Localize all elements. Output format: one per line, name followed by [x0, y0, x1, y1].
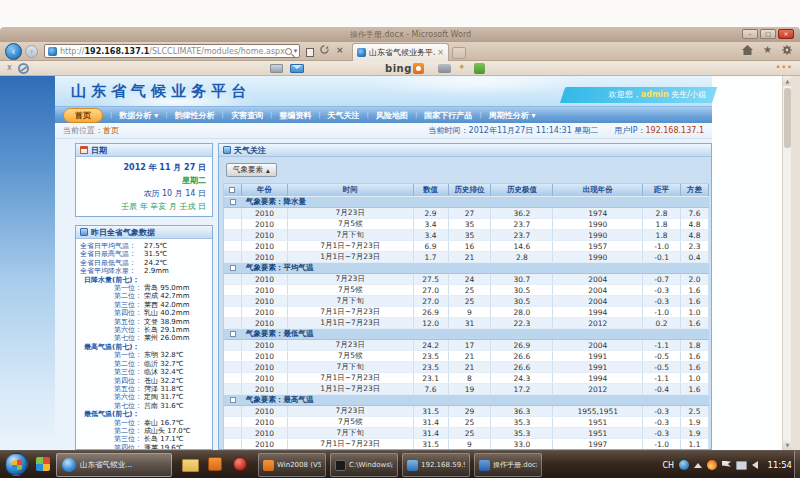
table-row[interactable]: 20107月下旬3.43523.719901.84.8	[224, 230, 709, 241]
table-row[interactable]: 20107月5候23.52126.61991-0.51.6	[224, 351, 709, 362]
table-row[interactable]: 20107月1日~7月23日23.1824.31994-1.11.0	[224, 373, 709, 384]
mail-icon[interactable]	[290, 64, 304, 73]
table-row[interactable]: 20107月1日~7月23日26.9928.01994-1.01.0	[224, 307, 709, 318]
cell: -0.5	[643, 362, 681, 372]
table-row[interactable]: 20107月5候3.43523.719901.84.8	[224, 219, 709, 230]
group-checkbox-cell	[224, 197, 242, 207]
nav-separator: |	[110, 111, 112, 119]
table-row[interactable]: 20107月5候31.42535.31951-0.31.9	[224, 417, 709, 428]
speaker-icon[interactable]	[752, 461, 758, 469]
nav-item-8[interactable]: 国家下行产品	[424, 110, 472, 121]
show-desktop-button[interactable]	[794, 451, 800, 479]
nav-item-5[interactable]: 整编资料	[279, 110, 311, 121]
table-row[interactable]: 20101月1日~7月23日12.03122.320120.21.6	[224, 318, 709, 329]
ranking-line: 第三位：莱西 42.0mm	[80, 301, 210, 309]
home-icon[interactable]	[742, 45, 753, 55]
bing-search-icon[interactable]	[413, 63, 424, 74]
card-icon[interactable]	[270, 64, 283, 73]
minimize-button[interactable]: –	[742, 29, 758, 39]
stop-icon[interactable]: ×	[336, 45, 344, 55]
select-all-checkbox[interactable]	[229, 187, 235, 193]
action-center-flag-icon[interactable]	[722, 461, 731, 470]
cell: 2010	[242, 351, 288, 361]
addon-puzzle-icon[interactable]	[474, 63, 485, 74]
forward-button[interactable]: ›	[25, 45, 38, 58]
table-row[interactable]: 20101月1日~7月23日1.7212.81990-0.10.4	[224, 252, 709, 263]
sparkle-icon[interactable]: ✦	[458, 62, 466, 72]
close-button[interactable]: ×	[778, 29, 794, 39]
group-checkbox[interactable]	[230, 265, 236, 271]
media-player-icon[interactable]	[233, 457, 247, 471]
group-checkbox[interactable]	[230, 331, 236, 337]
nav-item-7[interactable]: 风险地图	[376, 110, 408, 121]
maximize-button[interactable]: □	[760, 29, 776, 39]
rank-label: 第二位：	[80, 360, 142, 368]
taskbar-window-button[interactable]: Win2008 (V52...	[258, 453, 326, 477]
taskbar-window-button[interactable]: 操作手册.docx ...	[474, 453, 542, 477]
search-dropdown-icon[interactable]: ▾	[294, 47, 298, 55]
search-icon[interactable]	[285, 48, 292, 55]
cell: 2010	[242, 274, 288, 284]
table-row[interactable]: 20107月23日2.92736.219742.87.6	[224, 208, 709, 219]
breadcrumb-home-link[interactable]: 首页	[103, 126, 119, 135]
table-row[interactable]: 20107月下旬27.02530.52004-0.31.6	[224, 296, 709, 307]
table-row[interactable]: 20101月1日~7月23日7.61917.22012-0.41.6	[224, 384, 709, 395]
cell: 7月1日~7月23日	[288, 241, 414, 251]
address-search-area[interactable]: ▾	[285, 47, 298, 55]
table-row[interactable]: 20107月下旬31.42535.31951-0.31.9	[224, 428, 709, 439]
table-row[interactable]: 20107月23日27.52430.72004-0.72.0	[224, 274, 709, 285]
nav-item-2[interactable]: 数据分析 ▾	[119, 110, 158, 121]
taskbar-window-button[interactable]: C:\Windows\s...	[330, 453, 398, 477]
taskbar-clock[interactable]: 11:54	[768, 451, 793, 479]
nav-item-6[interactable]: 天气关注	[328, 110, 360, 121]
tools-gear-icon[interactable]	[782, 45, 792, 55]
network-globe-icon[interactable]	[679, 460, 689, 470]
table-row[interactable]: 20107月下旬23.52126.61991-0.51.6	[224, 362, 709, 373]
toolbar-overflow-icon[interactable]: •••	[776, 63, 793, 72]
tab-close-icon[interactable]: ×	[437, 48, 444, 57]
column-header: 时间	[288, 184, 414, 196]
browser-tab[interactable]: 山东省气候业务平... ×	[352, 43, 449, 61]
group-checkbox[interactable]	[230, 199, 236, 205]
table-row[interactable]: 20107月23日31.52936.31955,1951-0.32.5	[224, 406, 709, 417]
page-scrollbar[interactable]: ▲ ▼	[782, 76, 791, 450]
element-filter-button[interactable]: 气象要素▴	[226, 163, 277, 177]
start-button[interactable]	[5, 453, 28, 476]
scrollbar-thumb[interactable]	[784, 88, 791, 148]
favorites-icon[interactable]: ★	[763, 44, 772, 55]
address-bar[interactable]: http://192.168.137.1/SLCCLIMATE/modules/…	[44, 44, 300, 58]
language-indicator[interactable]: CH	[662, 461, 674, 470]
toolbar-close-icon[interactable]: x	[7, 63, 12, 72]
taskbar-ie-button[interactable]: 山东省气候业...	[56, 453, 172, 477]
explorer-folder-icon[interactable]	[182, 459, 199, 472]
tray-expand-icon[interactable]	[694, 463, 702, 468]
scroll-up-icon[interactable]: ▲	[783, 76, 791, 86]
taskbar-window-button[interactable]: 192.168.59.99...	[402, 453, 470, 477]
table-row[interactable]: 20107月1日~7月23日6.91614.61957-1.02.3	[224, 241, 709, 252]
network-status-icon[interactable]	[736, 461, 747, 470]
nav-item-4[interactable]: 灾害查询	[231, 110, 263, 121]
new-tab-button[interactable]	[452, 47, 466, 59]
table-row[interactable]: 20107月23日24.21726.92004-1.11.8	[224, 340, 709, 351]
orange-app-icon[interactable]	[208, 457, 222, 471]
weather-focus-panel: 天气关注 气象要素▴ 年份时间数值历史排位历史极值出现年份距平方差气象要素：降水…	[218, 143, 712, 450]
scroll-down-icon[interactable]: ▼	[783, 440, 791, 450]
nav-item-3[interactable]: 韵律性分析	[175, 110, 215, 121]
nav-item-1[interactable]: 首页	[63, 108, 103, 123]
group-checkbox[interactable]	[230, 397, 236, 403]
cell: 22.3	[491, 318, 553, 328]
yesterday-panel-title: 昨日全省气象数据	[91, 227, 155, 238]
back-button[interactable]: ‹	[5, 43, 22, 60]
bing-logo[interactable]: bing	[385, 63, 412, 74]
toolbar-status-circle-icon[interactable]	[18, 63, 29, 74]
table-row[interactable]: 20107月5候27.02530.52004-0.31.6	[224, 285, 709, 296]
page-title: 山东省气候业务平台	[71, 82, 251, 101]
compatibility-view-icon[interactable]	[306, 48, 314, 57]
quicklaunch-app-icon[interactable]	[36, 457, 50, 471]
background-window-titlebar[interactable]: 操作手册.docx - Microsoft Word – □ ×	[0, 27, 800, 42]
camera-icon[interactable]	[438, 64, 451, 73]
table-row[interactable]: 20107月1日~7月23日31.5933.01997-1.01.1	[224, 439, 709, 449]
refresh-icon[interactable]	[320, 45, 329, 56]
firefox-icon[interactable]	[707, 460, 717, 470]
nav-item-9[interactable]: 周期性分析 ▾	[489, 110, 536, 121]
